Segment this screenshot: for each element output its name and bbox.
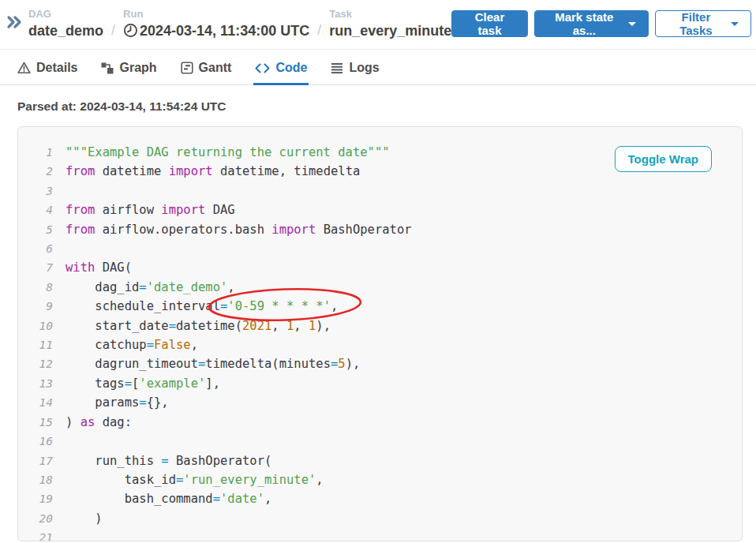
line-number: 16 bbox=[31, 432, 53, 451]
line-number: 14 bbox=[31, 393, 53, 412]
tab-logs[interactable]: Logs bbox=[331, 61, 379, 84]
tab-code[interactable]: Code bbox=[255, 61, 307, 84]
code-line: 10 start_date=datetime(2021, 1, 1), bbox=[31, 316, 742, 335]
breadcrumb: DAG date_demo / Run 2024-03-14, 11:34:00… bbox=[6, 9, 451, 39]
code-line: 21 bbox=[31, 528, 742, 541]
line-number: 20 bbox=[31, 509, 53, 528]
caret-down-icon bbox=[731, 22, 739, 26]
header: DAG date_demo / Run 2024-03-14, 11:34:00… bbox=[0, 0, 756, 50]
tab-gantt[interactable]: Gantt bbox=[181, 61, 232, 84]
line-number: 21 bbox=[31, 528, 53, 541]
line-number: 9 bbox=[31, 297, 53, 316]
run-timestamp: 2024-03-14, 11:34:00 UTC bbox=[140, 22, 309, 39]
tab-label: Details bbox=[36, 61, 77, 75]
line-number: 18 bbox=[31, 470, 53, 489]
tab-label: Graph bbox=[119, 61, 156, 75]
line-number: 10 bbox=[31, 316, 53, 335]
code-line: 8 dag_id='date_demo', bbox=[31, 278, 742, 297]
line-number: 6 bbox=[31, 239, 53, 258]
line-number: 7 bbox=[31, 258, 53, 277]
line-number: 17 bbox=[31, 451, 53, 470]
double-chevron-right-icon[interactable] bbox=[6, 15, 22, 32]
line-number: 15 bbox=[31, 413, 53, 432]
code-line: 16 bbox=[31, 432, 742, 451]
tab-label: Code bbox=[275, 61, 307, 75]
toggle-wrap-button[interactable]: Toggle Wrap bbox=[615, 146, 712, 172]
graph-icon bbox=[101, 62, 114, 74]
line-number: 3 bbox=[31, 182, 53, 200]
breadcrumb-run[interactable]: Run 2024-03-14, 11:34:00 UTC bbox=[123, 9, 309, 39]
logs-icon bbox=[331, 62, 343, 74]
line-number: 1 bbox=[31, 143, 53, 162]
breadcrumb-separator: / bbox=[110, 22, 117, 39]
filter-tasks-button[interactable]: Filter Tasks bbox=[655, 10, 751, 37]
code-line: 12 dagrun_timeout=timedelta(minutes=5), bbox=[31, 354, 742, 373]
code-line: 4from airflow import DAG bbox=[31, 200, 742, 219]
code-line: 13 tags=['example'], bbox=[31, 374, 742, 393]
line-number: 11 bbox=[31, 335, 53, 354]
code-line: 7with DAG( bbox=[31, 258, 742, 277]
gantt-icon bbox=[181, 62, 193, 74]
tab-graph[interactable]: Graph bbox=[101, 61, 156, 84]
line-number: 4 bbox=[31, 200, 53, 219]
code-icon bbox=[255, 62, 270, 74]
run-value[interactable]: 2024-03-14, 11:34:00 UTC bbox=[123, 22, 309, 39]
code-line: 3 bbox=[31, 182, 742, 200]
clock-icon bbox=[123, 23, 138, 38]
parsed-at-text: Parsed at: 2024-03-14, 11:54:24 UTC bbox=[0, 85, 756, 114]
line-number: 2 bbox=[31, 162, 53, 181]
task-label: Task bbox=[329, 9, 451, 20]
code-line: 19 bash_command='date', bbox=[31, 489, 742, 508]
filter-tasks-label: Filter Tasks bbox=[668, 10, 724, 37]
code-line: 5from airflow.operators.bash import Bash… bbox=[31, 220, 742, 239]
dag-code-panel: Toggle Wrap 1"""Example DAG returning th… bbox=[17, 126, 743, 541]
code-line: 14 params={}, bbox=[31, 393, 742, 412]
tab-details[interactable]: Details bbox=[17, 61, 77, 84]
breadcrumb-dag[interactable]: DAG date_demo bbox=[28, 9, 103, 39]
mark-state-label: Mark state as... bbox=[547, 10, 622, 37]
tab-label: Gantt bbox=[199, 61, 232, 75]
caret-down-icon bbox=[628, 22, 636, 26]
mark-state-as-button[interactable]: Mark state as... bbox=[534, 10, 649, 37]
line-number: 12 bbox=[31, 354, 53, 373]
code-line: 15) as dag: bbox=[31, 413, 742, 432]
code-line: 9 schedule_interval='0-59 * * * *', bbox=[31, 297, 742, 316]
line-number: 13 bbox=[31, 374, 53, 393]
breadcrumb-task[interactable]: Task run_every_minute bbox=[329, 9, 451, 39]
code-line: 6 bbox=[31, 239, 742, 258]
warning-triangle-icon bbox=[17, 62, 31, 74]
clear-task-label: Clear task bbox=[464, 10, 515, 37]
code-line: 17 run_this = BashOperator( bbox=[31, 451, 742, 470]
line-number: 8 bbox=[31, 278, 53, 297]
code-line: 11 catchup=False, bbox=[31, 335, 742, 354]
header-actions: Clear task Mark state as... Filter Tasks bbox=[451, 10, 751, 37]
task-value[interactable]: run_every_minute bbox=[329, 22, 451, 39]
line-number: 19 bbox=[31, 489, 53, 508]
code-line: 20 ) bbox=[31, 509, 742, 528]
clear-task-button[interactable]: Clear task bbox=[451, 10, 528, 37]
dag-value[interactable]: date_demo bbox=[28, 22, 103, 39]
code-lines: 1"""Example DAG returning the current da… bbox=[31, 143, 742, 541]
code-line: 18 task_id='run_every_minute', bbox=[31, 470, 742, 489]
breadcrumb-separator: / bbox=[316, 22, 323, 39]
tab-bar: Details Graph Gantt Code bbox=[0, 50, 756, 85]
run-label: Run bbox=[123, 9, 309, 20]
dag-label: DAG bbox=[28, 9, 103, 20]
tab-label: Logs bbox=[349, 61, 379, 75]
line-number: 5 bbox=[31, 220, 53, 239]
